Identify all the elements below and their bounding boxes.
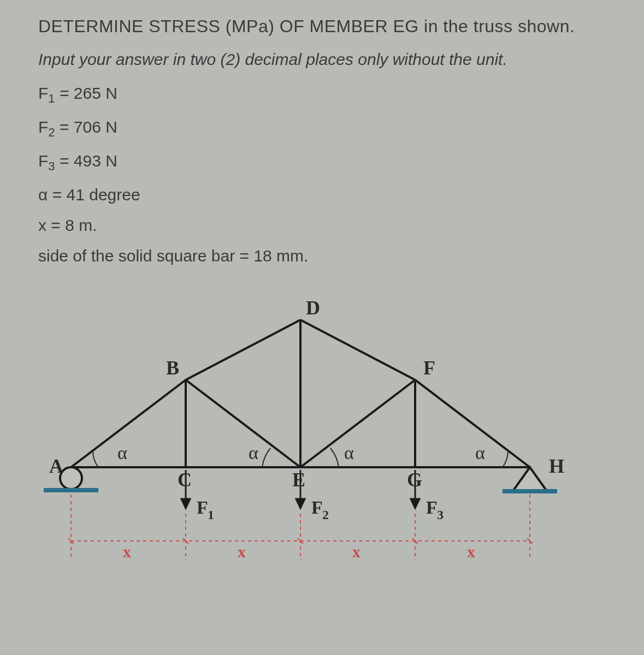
svg-marker-19 [411,499,420,508]
param-f3: F3 = 493 N [38,152,606,174]
svg-text:2: 2 [322,508,329,522]
dim-x3: x [352,543,361,561]
svg-text:3: 3 [437,508,444,522]
node-e-label: E [292,469,305,491]
svg-marker-15 [181,499,190,508]
param-x: x = 8 m. [38,216,606,235]
svg-text:F: F [197,497,208,517]
node-c-label: C [178,469,192,491]
force-f2-label: F 2 [311,497,329,522]
svg-marker-12 [513,467,546,490]
svg-line-1 [71,380,186,467]
node-d-label: D [306,297,320,319]
force-f3-label: F 3 [426,497,444,522]
angle-4: α [475,443,485,463]
param-bar: side of the solid square bar = 18 mm. [38,247,606,265]
param-f1: F1 = 265 N [38,84,606,106]
angle-2: α [249,443,258,463]
node-b-label: B [166,357,179,379]
truss-diagram: A B C D E F G H α α α α F 1 F 2 F 3 x x … [38,287,584,593]
question-title: DETERMINE STRESS (MPa) OF MEMBER EG in t… [38,16,606,37]
instruction-text: Input your answer in two (2) decimal pla… [38,50,606,69]
param-f2: F2 = 706 N [38,118,606,140]
node-h-label: H [549,455,564,477]
angle-1: α [117,443,127,463]
svg-marker-17 [296,499,305,508]
svg-text:F: F [311,497,323,517]
param-alpha: α = 41 degree [38,186,606,204]
dim-x4: x [467,543,475,561]
dim-x2: x [238,543,246,561]
force-f1-label: F 1 [197,497,214,522]
svg-text:F: F [426,497,438,517]
svg-line-9 [300,380,415,467]
svg-line-3 [300,320,415,380]
svg-line-2 [186,320,300,380]
node-a-label: A [49,455,63,477]
node-g-label: G [407,469,422,491]
node-f-label: F [423,357,435,379]
angle-3: α [344,443,354,463]
svg-line-4 [415,380,530,467]
svg-point-10 [60,467,82,489]
svg-line-8 [186,380,300,467]
dim-x1: x [123,543,131,561]
svg-text:1: 1 [208,508,214,522]
